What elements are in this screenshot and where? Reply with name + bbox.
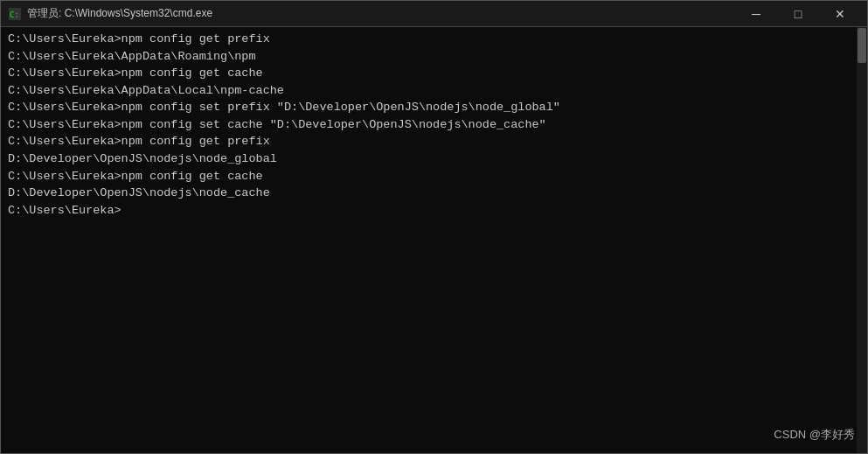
watermark: CSDN @李好秀 bbox=[774, 427, 855, 443]
close-button[interactable]: ✕ bbox=[820, 1, 860, 27]
terminal-line: C:\Users\Eureka>npm config set prefix "D… bbox=[8, 99, 860, 116]
cmd-icon: C: bbox=[8, 7, 22, 21]
scrollbar-thumb[interactable] bbox=[858, 28, 866, 63]
terminal-line: C:\Users\Eureka\AppData\Roaming\npm bbox=[8, 48, 860, 66]
terminal-line: C:\Users\Eureka>npm config get prefix bbox=[8, 31, 860, 48]
maximize-button[interactable]: □ bbox=[778, 1, 818, 27]
svg-text:C:: C: bbox=[10, 10, 19, 19]
terminal-line: C:\Users\Eureka\AppData\Local\npm-cache bbox=[8, 82, 860, 100]
window-title: 管理员: C:\Windows\System32\cmd.exe bbox=[27, 6, 212, 21]
window-controls[interactable]: ─ □ ✕ bbox=[736, 1, 860, 27]
terminal-line: C:\Users\Eureka>npm config get prefix bbox=[8, 133, 860, 150]
minimize-button[interactable]: ─ bbox=[736, 1, 776, 27]
terminal-line: C:\Users\Eureka>npm config get cache bbox=[8, 65, 860, 82]
terminal-line: D:\Developer\OpenJS\nodejs\node_cache bbox=[8, 185, 860, 202]
terminal-line: C:\Users\Eureka>npm config get cache bbox=[8, 168, 860, 185]
terminal-line: D:\Developer\OpenJS\nodejs\node_global bbox=[8, 150, 860, 168]
cmd-window: C: 管理员: C:\Windows\System32\cmd.exe ─ □ … bbox=[0, 0, 868, 454]
terminal-line: C:\Users\Eureka>npm config set cache "D:… bbox=[8, 116, 860, 134]
terminal-body: C:\Users\Eureka>npm config get prefixC:\… bbox=[1, 27, 867, 453]
title-bar: C: 管理员: C:\Windows\System32\cmd.exe ─ □ … bbox=[1, 1, 867, 27]
terminal-line: C:\Users\Eureka> bbox=[8, 202, 860, 220]
terminal-output: C:\Users\Eureka>npm config get prefixC:\… bbox=[8, 31, 860, 219]
scrollbar[interactable] bbox=[857, 27, 867, 453]
title-bar-left: C: 管理员: C:\Windows\System32\cmd.exe bbox=[8, 6, 212, 21]
